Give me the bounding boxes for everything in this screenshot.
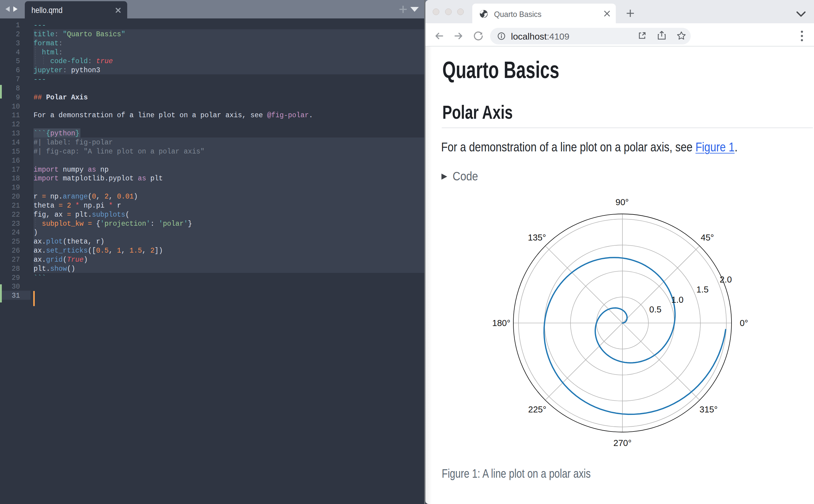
svg-text:225°: 225° (528, 405, 546, 414)
svg-text:90°: 90° (615, 197, 629, 207)
svg-text:135°: 135° (528, 233, 546, 242)
svg-text:1.0: 1.0 (671, 295, 683, 305)
svg-text:180°: 180° (493, 318, 510, 328)
svg-text:270°: 270° (613, 438, 631, 448)
svg-text:0.5: 0.5 (649, 305, 661, 314)
svg-text:45°: 45° (701, 233, 714, 242)
svg-text:0°: 0° (740, 318, 748, 328)
svg-text:315°: 315° (699, 405, 718, 414)
svg-text:2.0: 2.0 (720, 275, 732, 284)
svg-text:1.5: 1.5 (696, 285, 709, 294)
